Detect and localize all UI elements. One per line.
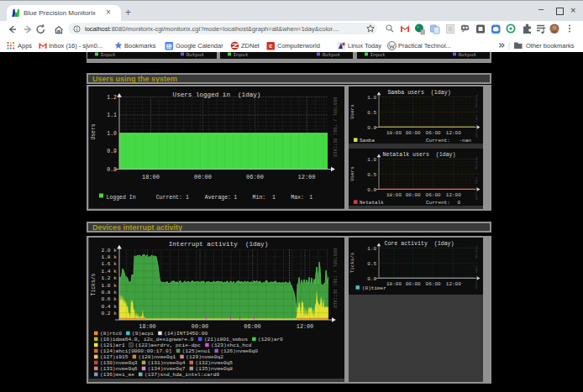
svg-text:RRDTOOL / TOBI OETIKER: RRDTOOL / TOBI OETIKER bbox=[333, 248, 337, 309]
svg-text:1.2: 1.2 bbox=[107, 95, 117, 101]
svg-text:00:00: 00:00 bbox=[406, 281, 421, 287]
svg-text:12:00: 12:00 bbox=[446, 192, 461, 198]
svg-text:RRDTOOL / TOBI OETIKER: RRDTOOL / TOBI OETIKER bbox=[475, 246, 478, 290]
svg-text:Interrupt activity (1day): Interrupt activity (1day) bbox=[169, 241, 268, 248]
svg-text:Current:: Current: bbox=[426, 200, 450, 206]
svg-text:12:00: 12:00 bbox=[297, 323, 313, 330]
svg-text:Users logged in (1day): Users logged in (1day) bbox=[173, 91, 261, 98]
svg-text:0.9: 0.9 bbox=[107, 149, 117, 154]
svg-text:1: 1 bbox=[234, 195, 237, 201]
svg-text:Output: Output bbox=[459, 52, 477, 58]
svg-text:Max:: Max: bbox=[291, 195, 304, 201]
svg-text:(128)nvme0q1: (128)nvme0q1 bbox=[139, 354, 176, 360]
svg-text:1.0 k: 1.0 k bbox=[101, 283, 117, 289]
svg-text:0.0: 0.0 bbox=[367, 276, 376, 282]
svg-text:0.6 k: 0.6 k bbox=[101, 296, 117, 302]
svg-text:1.0: 1.0 bbox=[367, 95, 376, 101]
svg-text:0.8 k: 0.8 k bbox=[101, 290, 117, 295]
svg-text:(135)nvme0q8: (135)nvme0q8 bbox=[196, 366, 234, 372]
svg-text:Samba users (1day): Samba users (1day) bbox=[387, 90, 450, 96]
svg-text:Ticks/s: Ticks/s bbox=[349, 253, 355, 273]
svg-text:0.5: 0.5 bbox=[367, 261, 376, 267]
svg-text:(137)snd_hda_intel:card0: (137)snd_hda_intel:card0 bbox=[144, 372, 219, 378]
svg-text:(131)nvme0q4: (131)nvme0q4 bbox=[148, 360, 186, 366]
svg-text:(130)nvme0q3: (130)nvme0q3 bbox=[100, 360, 138, 366]
svg-text:12:00: 12:00 bbox=[446, 281, 461, 287]
svg-text:RRDTOOL / TOBI OETIKER: RRDTOOL / TOBI OETIKER bbox=[333, 97, 337, 158]
svg-text:1.0: 1.0 bbox=[367, 246, 376, 252]
svg-text:0.4 k: 0.4 k bbox=[101, 304, 117, 310]
svg-text:Core activity (1day): Core activity (1day) bbox=[384, 241, 454, 247]
svg-text:18:00: 18:00 bbox=[386, 281, 402, 287]
svg-text:0.5: 0.5 bbox=[367, 172, 376, 178]
svg-text:Average:: Average: bbox=[205, 195, 231, 201]
svg-text:Samba: Samba bbox=[360, 138, 375, 144]
svg-text:00:00: 00:00 bbox=[192, 323, 208, 330]
svg-text:06:00: 06:00 bbox=[244, 323, 260, 330]
svg-text:(127)i915: (127)i915 bbox=[100, 354, 129, 360]
svg-text:1.0: 1.0 bbox=[107, 131, 117, 137]
svg-text:(120)ar0: (120)ar0 bbox=[258, 337, 283, 342]
svg-text:1.2 k: 1.2 k bbox=[101, 275, 117, 281]
svg-text:(129)nvme0q2: (129)nvme0q2 bbox=[186, 354, 223, 360]
svg-text:0.2 k: 0.2 k bbox=[101, 311, 117, 316]
svg-text:1.4 k: 1.4 k bbox=[101, 269, 117, 274]
svg-text:(125)eno1: (125)eno1 bbox=[182, 348, 211, 354]
svg-text:Netatalk: Netatalk bbox=[360, 200, 384, 206]
svg-text:0.0: 0.0 bbox=[367, 125, 376, 131]
svg-text:18:00: 18:00 bbox=[139, 323, 155, 330]
svg-text:00:00: 00:00 bbox=[406, 192, 421, 198]
svg-text:1.8 k: 1.8 k bbox=[101, 254, 117, 260]
svg-text:Logged In: Logged In bbox=[107, 195, 136, 201]
svg-text:RRDTOOL / TOBI OETIKER: RRDTOOL / TOBI OETIKER bbox=[475, 95, 478, 139]
svg-text:Output: Output bbox=[323, 52, 341, 58]
svg-text:06:00: 06:00 bbox=[426, 130, 441, 136]
svg-text:12:00: 12:00 bbox=[446, 130, 461, 136]
svg-text:(124)ahci[0000:00:17.0]: (124)ahci[0000:00:17.0] bbox=[100, 348, 171, 354]
svg-text:(136)mei_me: (136)mei_me bbox=[100, 372, 134, 378]
svg-text:(0)timer: (0)timer bbox=[362, 285, 386, 291]
svg-text:c: c bbox=[269, 43, 272, 49]
svg-text:06:00: 06:00 bbox=[426, 281, 441, 287]
svg-text:(14)INT3450:00: (14)INT3450:00 bbox=[164, 331, 207, 337]
svg-text:(8)rtc0: (8)rtc0 bbox=[100, 331, 122, 337]
svg-text:0: 0 bbox=[458, 200, 461, 206]
svg-text:1.0: 1.0 bbox=[367, 157, 376, 163]
svg-text:Ticks/s: Ticks/s bbox=[91, 273, 97, 295]
svg-text:00:00: 00:00 bbox=[194, 174, 212, 180]
svg-text:RRDTOOL / TOBI OETIKER: RRDTOOL / TOBI OETIKER bbox=[475, 157, 478, 201]
svg-text:(126)nvme0q0: (126)nvme0q0 bbox=[220, 348, 258, 354]
svg-text:-nan: -nan bbox=[460, 138, 472, 144]
svg-text:06:00: 06:00 bbox=[246, 174, 264, 180]
svg-text:(16)idma64.0, i2c_designware.0: (16)idma64.0, i2c_designware.0 bbox=[100, 337, 194, 342]
svg-text:Output: Output bbox=[186, 52, 205, 58]
svg-text:Current:: Current: bbox=[426, 138, 450, 144]
svg-text:(9)acpi: (9)acpi bbox=[132, 331, 154, 337]
svg-text:1.6 k: 1.6 k bbox=[101, 261, 117, 267]
svg-text:Min:: Min: bbox=[253, 195, 266, 201]
svg-text:(21)i801_smbus: (21)i801_smbus bbox=[204, 337, 248, 342]
svg-text:1.1: 1.1 bbox=[107, 112, 117, 118]
svg-text:(121)ar1: (121)ar1 bbox=[100, 342, 125, 348]
svg-text:18:00: 18:00 bbox=[386, 130, 402, 136]
svg-text:Users: Users bbox=[349, 104, 355, 118]
svg-text:(134)nvme0q7: (134)nvme0q7 bbox=[148, 366, 186, 372]
svg-text:Users: Users bbox=[91, 123, 97, 139]
svg-text:06:00: 06:00 bbox=[426, 192, 441, 198]
svg-text:(132)nvme0q5: (132)nvme0q5 bbox=[196, 360, 234, 366]
svg-text:(133)nvme0q6: (133)nvme0q6 bbox=[100, 366, 138, 372]
svg-text:1: 1 bbox=[186, 195, 189, 201]
svg-text:1: 1 bbox=[272, 195, 276, 201]
svg-text:2.0 k: 2.0 k bbox=[101, 248, 117, 253]
svg-text:0.8: 0.8 bbox=[107, 167, 117, 173]
svg-text:Input: Input bbox=[370, 52, 386, 58]
svg-text:Netatalk users (1day): Netatalk users (1day) bbox=[382, 152, 455, 158]
svg-text:0.0: 0.0 bbox=[367, 187, 376, 193]
svg-text:Users: Users bbox=[349, 166, 355, 180]
svg-text:00:00: 00:00 bbox=[406, 130, 421, 136]
svg-text:1: 1 bbox=[309, 195, 313, 201]
svg-text:12:00: 12:00 bbox=[297, 174, 315, 180]
svg-text:Input: Input bbox=[101, 52, 116, 58]
svg-text:Current:: Current: bbox=[156, 195, 182, 201]
svg-text:Input: Input bbox=[234, 52, 249, 58]
